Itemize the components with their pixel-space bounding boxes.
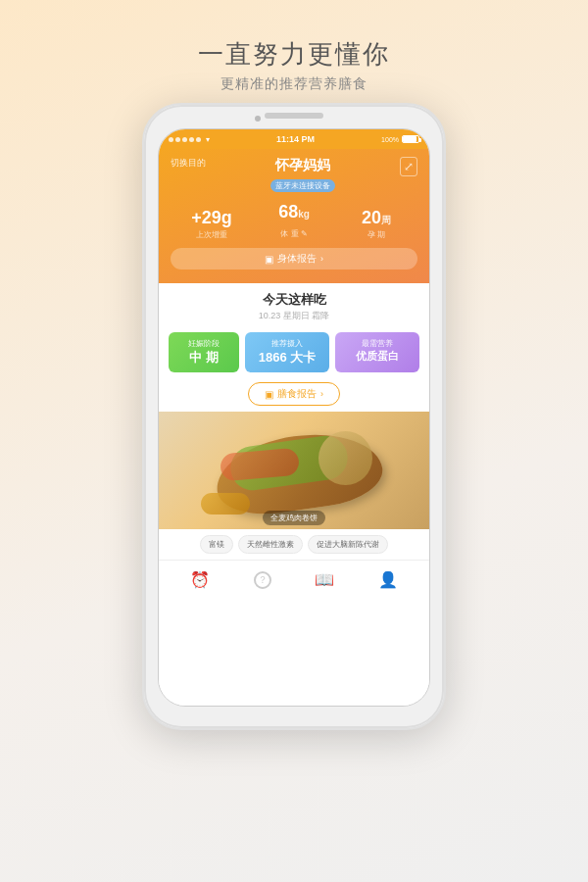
food-label: 全麦鸡肉卷饼 <box>263 511 325 525</box>
status-bar: ▾ 11:14 PM 100% <box>159 129 429 149</box>
today-header: 今天这样吃 10.23 星期日 霜降 <box>159 283 429 324</box>
stat-weight: 68kg 体 重 ✎ <box>253 202 335 240</box>
weeks-value: 20周 <box>335 208 417 228</box>
battery-fill <box>403 136 416 142</box>
weeks-unit: 周 <box>381 215 391 225</box>
weeks-label: 孕 期 <box>335 229 417 240</box>
side-button-volume-down <box>142 262 144 291</box>
food-image-area[interactable]: 全麦鸡肉卷饼 <box>159 412 429 529</box>
signal-dot-3 <box>182 137 187 142</box>
meal-report-label: 膳食报告 <box>277 387 317 401</box>
nav-home[interactable]: ⏰ <box>190 570 210 589</box>
nav-book[interactable]: 📖 <box>315 570 334 589</box>
wrap-accent <box>201 493 250 514</box>
weight-label: 体 重 ✎ <box>280 228 307 239</box>
home-icon: ⏰ <box>190 570 210 589</box>
phone-notch <box>265 113 323 119</box>
page-title: 一直努力更懂你 <box>198 37 390 72</box>
nutrition-need-value: 优质蛋白 <box>343 349 412 364</box>
body-report-label: 身体报告 <box>277 252 317 266</box>
user-name: 怀孕妈妈 <box>270 157 335 174</box>
status-time: 11:14 PM <box>276 134 315 144</box>
edit-icon[interactable]: ✎ <box>301 229 308 238</box>
phone-screen: ▾ 11:14 PM 100% 切换目的 怀孕妈妈 蓝牙未连接 <box>158 128 430 707</box>
chevron-right-icon-2: › <box>320 389 323 399</box>
nutrient-tag-0: 富镁 <box>200 535 233 554</box>
header-top: 切换目的 怀孕妈妈 蓝牙未连接设备 ⤢ <box>171 157 417 192</box>
body-report-button[interactable]: ▣ 身体报告 › <box>171 248 417 270</box>
weight-increase-label: 上次增重 <box>171 229 253 240</box>
report-icon: ▣ <box>265 254 273 265</box>
signal-dot-1 <box>169 137 173 142</box>
page-background: 一直努力更懂你 更精准的推荐营养膳食 ▾ 11:14 PM <box>0 0 588 882</box>
nutrient-tag-2: 促进大脑新陈代谢 <box>308 535 388 554</box>
book-icon: 📖 <box>315 570 334 589</box>
wifi-icon: ▾ <box>206 135 210 144</box>
pregnancy-stage-label: 妊娠阶段 <box>176 338 231 349</box>
phone-shell: ▾ 11:14 PM 100% 切换目的 怀孕妈妈 蓝牙未连接 <box>142 103 446 730</box>
nutrient-tags-row: 富镁 天然雌性激素 促进大脑新陈代谢 <box>159 529 429 560</box>
question-icon: ？ <box>254 571 271 589</box>
meal-report-icon: ▣ <box>265 389 273 400</box>
stat-weeks: 20周 孕 期 <box>335 208 417 240</box>
side-button-volume-up <box>142 222 144 252</box>
calorie-label: 推荐摄入 <box>253 338 321 349</box>
nutrition-tags-row: 妊娠阶段 中 期 推荐摄入 1866 大卡 最需营养 优质蛋白 <box>159 324 429 380</box>
nutrition-need-label: 最需营养 <box>343 338 412 349</box>
weight-unit: kg <box>298 209 310 220</box>
chevron-right-icon: › <box>320 254 323 264</box>
battery-icon <box>402 135 419 143</box>
weight-increase-value: +29g <box>171 208 253 228</box>
pregnancy-stage-tag: 妊娠阶段 中 期 <box>169 332 239 372</box>
today-date: 10.23 星期日 霜降 <box>159 310 429 322</box>
signal-dot-2 <box>175 137 180 142</box>
nutrient-tag-1: 天然雌性激素 <box>238 535 303 554</box>
switch-goal-button[interactable]: 切换目的 <box>171 157 206 170</box>
signal-dot-4 <box>189 137 194 142</box>
wrap-end <box>318 431 372 485</box>
bottom-navigation: ⏰ ？ 📖 👤 <box>159 560 429 599</box>
signal-dots: ▾ <box>169 135 210 144</box>
user-icon: 👤 <box>378 570 398 589</box>
expand-icon[interactable]: ⤢ <box>400 157 417 176</box>
battery-tip <box>419 138 421 142</box>
weight-value: 68kg <box>253 202 335 222</box>
top-text-section: 一直努力更懂你 更精准的推荐营养膳食 <box>198 37 390 93</box>
nav-question[interactable]: ？ <box>254 571 271 589</box>
stats-row: +29g 上次增重 68kg 体 重 ✎ 20 <box>171 202 417 240</box>
meal-report-button[interactable]: ▣ 膳食报告 › <box>248 382 340 406</box>
bluetooth-badge: 蓝牙未连接设备 <box>270 179 335 192</box>
nav-user[interactable]: 👤 <box>378 570 398 589</box>
side-button-power <box>444 242 446 291</box>
today-eat-section: 今天这样吃 10.23 星期日 霜降 妊娠阶段 中 期 推荐摄入 1866 大卡… <box>159 283 429 706</box>
pregnancy-stage-value: 中 期 <box>176 349 231 367</box>
status-right: 100% <box>381 135 419 143</box>
nutrition-need-tag: 最需营养 优质蛋白 <box>335 332 419 372</box>
user-info-center: 怀孕妈妈 蓝牙未连接设备 <box>270 157 335 192</box>
signal-dot-5 <box>196 137 201 142</box>
today-title: 今天这样吃 <box>159 291 429 309</box>
header-section: 切换目的 怀孕妈妈 蓝牙未连接设备 ⤢ +29g 上次增重 68kg <box>159 149 429 283</box>
phone-camera <box>255 116 261 122</box>
food-illustration <box>196 421 392 519</box>
calorie-intake-tag: 推荐摄入 1866 大卡 <box>245 332 329 372</box>
battery-percent: 100% <box>381 136 399 143</box>
page-subtitle: 更精准的推荐营养膳食 <box>198 75 390 93</box>
calorie-value: 1866 大卡 <box>253 349 321 367</box>
stat-weight-increase: +29g 上次增重 <box>171 208 253 240</box>
